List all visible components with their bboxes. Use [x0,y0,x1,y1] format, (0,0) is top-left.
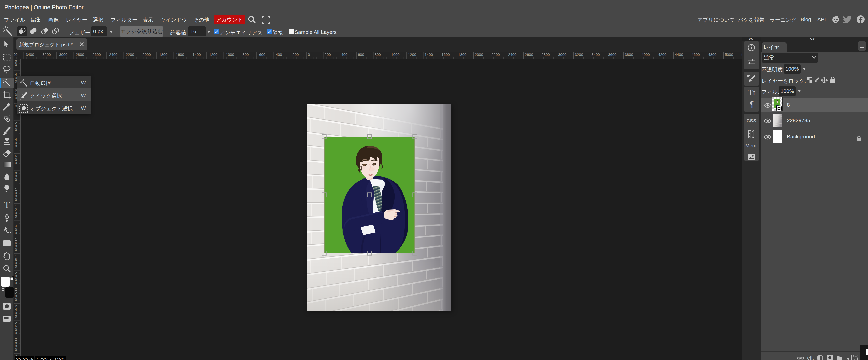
svg-text:800: 800 [375,53,381,57]
svg-text:2400: 2400 [508,53,516,57]
svg-text:0: 0 [15,214,17,219]
svg-text:4200: 4200 [658,53,666,57]
svg-text:1000: 1000 [391,53,400,57]
svg-text:-2600: -2600 [91,53,100,57]
svg-text:0: 0 [15,128,17,132]
svg-text:0: 0 [15,348,17,352]
svg-text:1800: 1800 [458,53,466,57]
svg-text:0: 0 [308,53,310,57]
svg-text:-3200: -3200 [41,53,51,57]
svg-text:-1200: -1200 [208,53,217,57]
svg-text:3000: 3000 [558,53,566,57]
svg-text:0: 0 [15,197,17,202]
svg-text:-1400: -1400 [191,53,200,57]
svg-text:200: 200 [325,53,331,57]
svg-text:T: T [4,201,9,210]
svg-text:0: 0 [15,144,17,148]
svg-text:5000: 5000 [725,53,733,57]
svg-text:-2200: -2200 [125,53,134,57]
svg-text:4800: 4800 [708,53,716,57]
svg-text:0: 0 [15,248,17,252]
svg-text:-200: -200 [291,53,299,57]
svg-text:-2400: -2400 [108,53,117,57]
svg-text:1600: 1600 [441,53,450,57]
svg-text:-600: -600 [258,53,266,57]
svg-text:4400: 4400 [675,53,683,57]
svg-text:600: 600 [358,53,364,57]
svg-text:0: 0 [15,231,17,235]
svg-text:-1800: -1800 [158,53,167,57]
svg-text:0: 0 [15,161,17,165]
svg-text:1400: 1400 [425,53,433,57]
svg-text:0: 0 [15,177,17,182]
svg-text:0: 0 [15,314,17,319]
svg-text:2800: 2800 [541,53,550,57]
svg-text:1200: 1200 [408,53,416,57]
svg-text:-2000: -2000 [141,53,151,57]
svg-text:3800: 3800 [625,53,633,57]
svg-text:2200: 2200 [491,53,499,57]
svg-text:-3000: -3000 [58,53,67,57]
svg-text:3200: 3200 [575,53,583,57]
svg-text:0: 0 [15,281,17,285]
svg-text:0: 0 [15,264,17,268]
svg-text:0: 0 [15,63,17,67]
svg-text:3600: 3600 [608,53,616,57]
svg-text:-3400: -3400 [25,53,34,57]
svg-text:-3600: -3600 [13,53,17,57]
svg-text:-2800: -2800 [74,53,84,57]
svg-text:0: 0 [15,297,17,302]
svg-text:2000: 2000 [475,53,483,57]
svg-text:-400: -400 [275,53,282,57]
svg-text:3400: 3400 [591,53,599,57]
svg-text:-1000: -1000 [225,53,234,57]
svg-text:0: 0 [15,331,17,335]
svg-text:4000: 4000 [641,53,650,57]
svg-text:2600: 2600 [525,53,533,57]
svg-text:-1600: -1600 [175,53,184,57]
svg-text:4600: 4600 [691,53,700,57]
svg-text:400: 400 [341,53,347,57]
svg-text:-800: -800 [241,53,249,57]
